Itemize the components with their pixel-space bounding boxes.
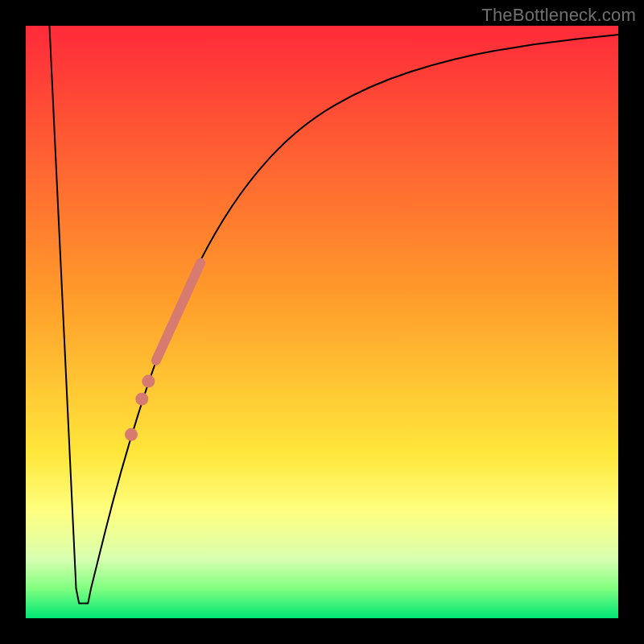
highlight-band [156, 262, 200, 360]
highlight-dot [142, 375, 155, 388]
attribution-label: TheBottleneck.com [481, 5, 636, 26]
chart-frame: TheBottleneck.com [0, 0, 644, 644]
highlight-dot [125, 428, 138, 441]
bottleneck-curve [49, 26, 618, 604]
curve-layer [26, 26, 618, 618]
highlight-dot [135, 393, 148, 406]
plot-area [26, 26, 618, 618]
